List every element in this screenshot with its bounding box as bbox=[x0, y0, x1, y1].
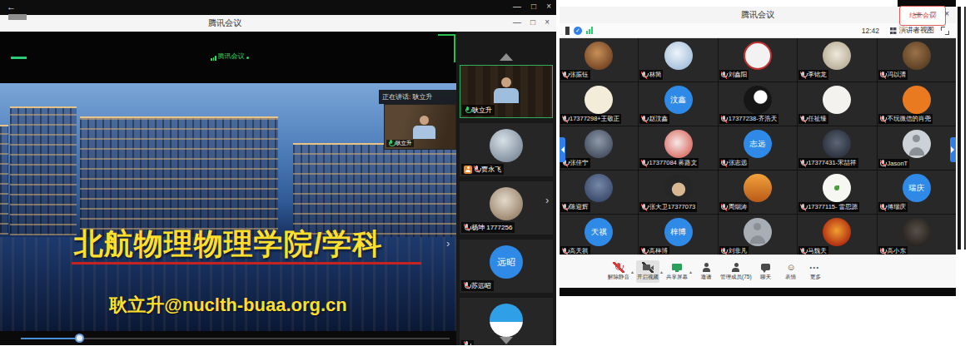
toolbar-item[interactable]: 表情 ▴ bbox=[779, 260, 803, 283]
grid-page-next-button[interactable] bbox=[950, 137, 956, 162]
scroll-up-icon[interactable] bbox=[500, 53, 513, 61]
participant-tile[interactable]: 耿立升 bbox=[460, 65, 553, 118]
toolbar-item[interactable]: 开启视频 ▴ bbox=[636, 260, 664, 283]
slide-title-underline bbox=[72, 262, 421, 264]
fullscreen-icon[interactable] bbox=[941, 27, 949, 35]
toolbar-item-main[interactable]: 邀请 bbox=[694, 260, 718, 283]
avatar bbox=[664, 174, 693, 202]
avatar-text: 瑞庆 bbox=[908, 183, 924, 194]
participant-tile[interactable]: 李铭龙 bbox=[798, 38, 876, 82]
muted-mic-icon bbox=[721, 72, 727, 79]
speaker-view-button[interactable]: 演讲者视图 bbox=[890, 26, 935, 36]
participant-tile[interactable]: 17377238-齐浩天 bbox=[719, 82, 797, 126]
avatar bbox=[490, 129, 523, 162]
toolbar-item[interactable]: 管理成员(75) ▴ bbox=[719, 260, 753, 283]
participant-tile[interactable]: 张振钰 bbox=[560, 38, 638, 82]
participant-tile[interactable]: 刘鑫阳 bbox=[719, 38, 797, 82]
scrollbar-handle[interactable] bbox=[75, 334, 84, 343]
participant-name: 李铭龙 bbox=[808, 71, 827, 79]
minimize-button[interactable]: — bbox=[513, 2, 521, 11]
view-label: 演讲者视图 bbox=[899, 26, 935, 36]
participant-tile[interactable]: 刘非凡 bbox=[719, 215, 797, 258]
participant-name-tag: 张志远 bbox=[719, 158, 749, 168]
close-button[interactable]: × bbox=[944, 9, 949, 18]
participant-tile[interactable]: 杨坤 1777256 bbox=[460, 181, 553, 235]
participant-tile[interactable]: 陈迎辉 bbox=[560, 171, 638, 214]
participant-tile[interactable]: 汶鑫 赵汶鑫 bbox=[639, 82, 717, 126]
close-button[interactable]: × bbox=[546, 2, 551, 11]
participant-tile[interactable]: 17377298+王敬正 bbox=[560, 82, 638, 126]
collapse-chevron-icon[interactable]: › bbox=[545, 195, 549, 205]
participant-name: 赵汶鑫 bbox=[649, 115, 668, 123]
participant-tile[interactable]: 瑞庆 傅瑞庆 bbox=[878, 171, 956, 214]
participant-tile[interactable]: 17377431-宋喆祥 bbox=[798, 126, 876, 170]
toolbar-item[interactable]: 更多 ▴ bbox=[804, 260, 828, 283]
participant-filmstrip: 耿立升 贾永 bbox=[456, 32, 556, 345]
toolbar-item-main[interactable]: 表情 bbox=[779, 260, 803, 283]
toolbar-item[interactable]: 共享屏幕 ▴ bbox=[665, 260, 693, 283]
avatar: 瑞庆 bbox=[903, 174, 931, 202]
participant-tile[interactable]: 17377115- 雷思源 bbox=[798, 171, 876, 214]
participant-tile[interactable]: 张大卫17377073 bbox=[639, 171, 717, 214]
share-progress-dash bbox=[11, 57, 27, 59]
avatar bbox=[490, 187, 523, 220]
security-shield-icon[interactable]: ✓ bbox=[574, 27, 582, 35]
participant-name: 冯以清 bbox=[888, 71, 907, 79]
expand-chevron-icon[interactable]: › bbox=[446, 238, 450, 249]
close-button[interactable]: × bbox=[545, 17, 550, 27]
toolbar-item[interactable]: 聊天 ▴ bbox=[754, 260, 778, 283]
participant-grid: 张振钰 林简 bbox=[560, 38, 956, 255]
avatar bbox=[903, 130, 931, 158]
scroll-down-icon[interactable] bbox=[500, 337, 513, 344]
toolbar-icon bbox=[642, 262, 654, 273]
scrollbar-track[interactable] bbox=[21, 338, 450, 339]
muted-mic-icon bbox=[562, 116, 568, 123]
participant-tile[interactable]: 梓博 高梓博 bbox=[639, 215, 717, 258]
participant-tile[interactable]: 远昭 苏远昭 bbox=[460, 240, 553, 293]
participant-tile[interactable]: 17377084 蒋路文 bbox=[639, 126, 717, 170]
grid-page-prev-button[interactable] bbox=[560, 137, 565, 162]
toolbar-item-main[interactable]: 共享屏幕 bbox=[665, 260, 689, 283]
participant-tile[interactable]: 高小东 bbox=[878, 215, 956, 258]
maximize-button[interactable]: □ bbox=[530, 17, 535, 27]
titlebar-tab-fragment bbox=[8, 14, 27, 20]
participant-name: 17377115- 雷思源 bbox=[808, 203, 858, 211]
muted-mic-icon bbox=[641, 204, 647, 211]
participant-tile[interactable]: 张佳宁 bbox=[560, 126, 638, 170]
toolbar-item-main[interactable]: 聊天 bbox=[754, 260, 778, 283]
participant-tile[interactable]: 任祉臻 bbox=[798, 82, 876, 126]
participant-tile[interactable]: 周烟涛 bbox=[719, 171, 797, 214]
chevron-up-icon[interactable]: ▴ bbox=[631, 269, 634, 274]
toolbar-item-main[interactable]: 解除静音 bbox=[607, 260, 630, 283]
participant-tile[interactable]: 不玩微信的肖尧 bbox=[878, 82, 956, 126]
participant-name-tag: 冯以清 bbox=[878, 70, 908, 80]
toolbar-item[interactable]: 邀请 ▴ bbox=[694, 260, 718, 283]
avatar bbox=[903, 86, 931, 114]
avatar bbox=[823, 130, 851, 158]
toolbar-item-main[interactable]: 管理成员(75) bbox=[719, 260, 753, 283]
participant-tile[interactable]: 贾永飞 bbox=[460, 123, 553, 176]
muted-mic-icon bbox=[721, 116, 727, 123]
participant-tile[interactable]: 天祺 高天祺 bbox=[560, 215, 638, 258]
chevron-up-icon[interactable]: ▴ bbox=[689, 269, 692, 274]
avatar-text: 天祺 bbox=[591, 227, 607, 238]
video-person-body bbox=[494, 88, 519, 103]
right-meeting-window: 腾讯会议 — □ × ✓ 12:42 演讲者视图 bbox=[560, 0, 956, 296]
participant-tile[interactable]: 志远 张志远 bbox=[719, 126, 797, 170]
maximize-button[interactable]: □ bbox=[931, 9, 936, 18]
participant-tile[interactable]: 林简 bbox=[639, 38, 717, 82]
participant-tile[interactable]: 马魏天 bbox=[798, 215, 876, 258]
toolbar-item-main[interactable]: 开启视频 bbox=[636, 260, 659, 283]
participant-name: 17377238-齐浩天 bbox=[729, 115, 777, 123]
toolbar-item[interactable]: 解除静音 ▴ bbox=[607, 260, 634, 283]
minimize-button[interactable]: — bbox=[513, 17, 521, 27]
participant-tile[interactable]: JasonT bbox=[878, 126, 956, 170]
maximize-button[interactable]: □ bbox=[531, 2, 536, 11]
participant-name-tag: 贾永飞 bbox=[461, 164, 504, 175]
back-icon[interactable]: ← bbox=[7, 2, 16, 12]
toolbar-item-main[interactable]: 更多 bbox=[804, 260, 828, 283]
participant-tile[interactable]: 冯以清 bbox=[878, 38, 956, 82]
chevron-up-icon[interactable]: ▴ bbox=[660, 269, 663, 274]
minimize-button[interactable]: — bbox=[914, 9, 923, 18]
avatar bbox=[744, 174, 772, 202]
